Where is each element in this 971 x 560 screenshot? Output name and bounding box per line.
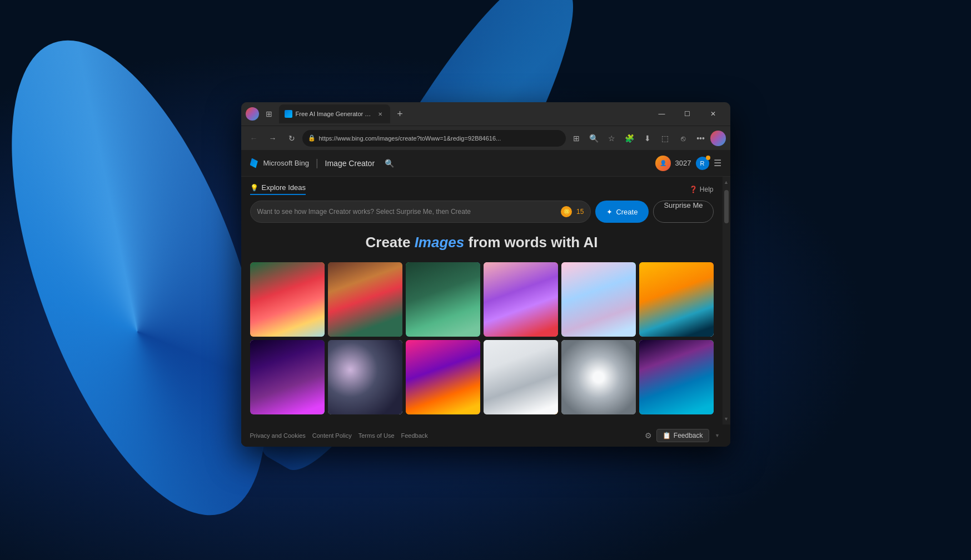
image-bears <box>484 340 558 414</box>
image-cell-fantasy[interactable] <box>250 340 325 414</box>
prompt-bar: Want to see how Image Creator works? Sel… <box>250 201 714 223</box>
image-tulips <box>250 262 325 337</box>
bing-page: Microsoft Bing | Image Creator 🔍 👤 3027 … <box>241 150 730 447</box>
refresh-btn[interactable]: ↻ <box>283 130 300 147</box>
bottom-scroll-arrow[interactable]: ▼ <box>714 432 721 439</box>
back-btn[interactable]: ← <box>246 130 262 147</box>
hero-section: Create Images from words with AI <box>250 234 714 251</box>
image-cell-tulips[interactable] <box>250 262 325 337</box>
page-content: Microsoft Bing | Image Creator 🔍 👤 3027 … <box>241 150 730 447</box>
new-tab-btn[interactable]: + <box>392 106 408 122</box>
terms-link[interactable]: Terms of Use <box>358 432 395 439</box>
navigation-bar: ← → ↻ 🔒 https://www.bing.com/images/crea… <box>241 126 730 150</box>
address-bar[interactable]: 🔒 https://www.bing.com/images/create?toW… <box>302 130 566 147</box>
url-text: https://www.bing.com/images/create?toWww… <box>319 135 560 142</box>
settings-gear-btn[interactable]: ⚙ <box>645 431 652 440</box>
explore-ideas-tab[interactable]: 💡 Explore Ideas <box>250 183 306 195</box>
title-bar: ⊞ Free AI Image Generator - Image ✕ + — … <box>241 102 730 126</box>
coin-badge[interactable]: R <box>696 157 709 170</box>
image-butterfly <box>484 262 558 337</box>
bing-logo: Microsoft Bing <box>250 158 309 168</box>
download-btn[interactable]: ⬇ <box>639 130 656 147</box>
hero-title-accent: Images <box>415 234 465 251</box>
image-cell-waterfall[interactable] <box>406 262 480 337</box>
coins-count: 3027 <box>675 159 691 167</box>
tab-favicon <box>285 110 292 118</box>
lock-icon: 🔒 <box>308 134 316 142</box>
window-controls: — ☐ ✕ <box>649 105 726 123</box>
image-cell-basket[interactable] <box>328 262 402 337</box>
image-grid <box>250 262 714 414</box>
privacy-link[interactable]: Privacy and Cookies <box>250 432 306 439</box>
tab-search-btn[interactable]: ⊞ <box>261 106 277 122</box>
image-flower <box>561 340 636 414</box>
feedback-icon: 📋 <box>663 432 671 439</box>
explore-bar: 💡 Explore Ideas ❓ Help <box>250 183 714 195</box>
help-btn[interactable]: ❓ Help <box>689 186 714 193</box>
bing-header: Microsoft Bing | Image Creator 🔍 👤 3027 … <box>241 150 730 177</box>
user-avatar[interactable]: 👤 <box>655 156 671 171</box>
page-scrollbar[interactable]: ▲ ▼ <box>723 177 730 424</box>
image-aurora <box>639 340 714 414</box>
scroll-up-arrow[interactable]: ▲ <box>723 177 730 188</box>
image-cell-sakura[interactable] <box>561 262 636 337</box>
bing-main: 💡 Explore Ideas ❓ Help Want to see how I… <box>241 177 723 424</box>
share-btn[interactable]: ⎋ <box>675 130 691 147</box>
feedback-btn[interactable]: 📋 Feedback <box>656 429 709 442</box>
explore-tab-label: Explore Ideas <box>262 183 306 192</box>
image-waterfall <box>406 262 480 337</box>
screenshot-btn[interactable]: ⬚ <box>657 130 674 147</box>
feedback-label: Feedback <box>674 432 703 439</box>
image-cell-aurora[interactable] <box>639 340 714 414</box>
help-text: Help <box>700 186 714 193</box>
scroll-down-arrow[interactable]: ▼ <box>723 413 730 424</box>
create-icon: ✦ <box>606 208 613 216</box>
bing-footer: Privacy and Cookies Content Policy Terms… <box>241 424 730 447</box>
hero-title-2: from words with AI <box>464 234 597 251</box>
prompt-text: Want to see how Image Creator works? Sel… <box>257 208 471 216</box>
image-cowboy <box>406 340 480 414</box>
bing-search-icon[interactable]: 🔍 <box>381 156 397 171</box>
image-basket <box>328 262 402 337</box>
copilot-btn[interactable] <box>710 131 726 146</box>
scroll-thumb[interactable] <box>724 190 729 223</box>
image-cell-moon[interactable] <box>328 340 402 414</box>
image-creator-label: Image Creator <box>325 159 375 168</box>
bing-logo-icon <box>250 158 260 168</box>
image-cell-butterfly[interactable] <box>484 262 558 337</box>
close-btn[interactable]: ✕ <box>700 105 726 123</box>
settings-dots-btn[interactable]: ••• <box>693 130 709 147</box>
nav-right-buttons: ⊞ 🔍 ☆ 🧩 ⬇ ⬚ ⎋ ••• <box>568 130 726 147</box>
favorites-btn[interactable]: ☆ <box>604 130 620 147</box>
tab-close-btn[interactable]: ✕ <box>376 109 385 118</box>
image-fantasy <box>250 340 325 414</box>
surprise-btn[interactable]: Surprise Me <box>653 201 713 223</box>
bing-body: 💡 Explore Ideas ❓ Help Want to see how I… <box>241 177 730 424</box>
image-moon <box>328 340 402 414</box>
bing-header-divider: | <box>316 157 318 169</box>
surprise-label: Surprise Me <box>664 201 703 209</box>
help-icon: ❓ <box>689 186 698 193</box>
bing-header-right: 👤 3027 R ☰ <box>655 156 721 171</box>
prompt-coins-count: 15 <box>576 208 584 216</box>
browser-logo-icon <box>246 107 259 121</box>
image-cell-cowboy[interactable] <box>406 340 480 414</box>
prompt-input[interactable]: Want to see how Image Creator works? Sel… <box>250 201 591 223</box>
explore-icon: 💡 <box>250 184 258 192</box>
create-btn[interactable]: ✦ Create <box>595 201 649 223</box>
grid-view-btn[interactable]: ⊞ <box>568 130 585 147</box>
extensions-btn[interactable]: 🧩 <box>621 130 638 147</box>
active-tab[interactable]: Free AI Image Generator - Image ✕ <box>279 104 390 123</box>
footer-feedback-link[interactable]: Feedback <box>401 432 428 439</box>
minimize-btn[interactable]: — <box>649 105 675 123</box>
image-cell-kite[interactable] <box>639 262 714 337</box>
image-cell-flower[interactable] <box>561 340 636 414</box>
content-policy-link[interactable]: Content Policy <box>312 432 352 439</box>
menu-icon[interactable]: ☰ <box>714 158 721 168</box>
hero-title-1: Create <box>365 234 414 251</box>
tab-title: Free AI Image Generator - Image <box>296 111 372 117</box>
image-cell-bears[interactable] <box>484 340 558 414</box>
zoom-btn[interactable]: 🔍 <box>586 130 602 147</box>
forward-btn[interactable]: → <box>265 130 281 147</box>
maximize-btn[interactable]: ☐ <box>675 105 700 123</box>
